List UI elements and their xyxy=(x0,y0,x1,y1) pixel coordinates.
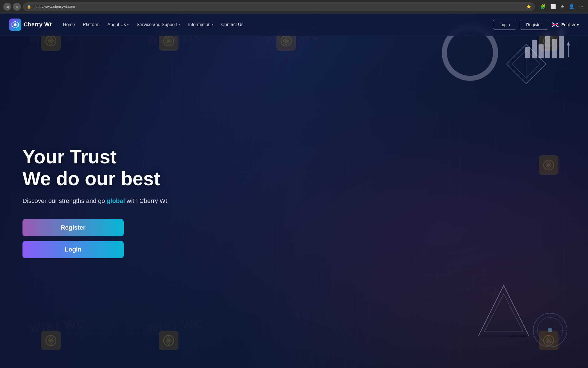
service-dropdown-icon: ▾ xyxy=(178,23,180,26)
hero-subtitle: Discover our strengths and go global wit… xyxy=(22,196,167,205)
hero-buttons: Register Login xyxy=(22,219,124,258)
register-button[interactable]: Register xyxy=(520,20,548,29)
nav-service[interactable]: Service and Support ▾ xyxy=(137,22,180,27)
brand-name: Cberry Wt xyxy=(24,21,52,28)
profile-icon[interactable]: 👤 xyxy=(568,3,576,10)
navbar-actions: Login Register English ▾ xyxy=(493,20,579,29)
website: WIKI WC WIKI WC WIKI WC WIKI WC WIKI WC xyxy=(0,13,588,368)
hero-content: Your Trust We do our best Discover our s… xyxy=(22,146,167,258)
tabs-icon[interactable]: ⬜ xyxy=(549,3,557,10)
hero-section: Your Trust We do our best Discover our s… xyxy=(0,36,588,368)
language-selector[interactable]: English ▾ xyxy=(552,22,579,27)
address-bar[interactable]: 🔒 https://www.cberrywt.com ⭐ xyxy=(23,3,535,11)
login-button[interactable]: Login xyxy=(493,20,516,29)
settings-icon[interactable]: ⋯ xyxy=(578,3,585,10)
about-dropdown-icon: ▾ xyxy=(127,23,129,26)
url-text: https://www.cberrywt.com xyxy=(33,4,524,9)
hero-login-button[interactable]: Login xyxy=(22,241,124,258)
navbar: Cberry Wt Home Platform About Us ▾ Servi… xyxy=(0,13,588,36)
brand[interactable]: Cberry Wt xyxy=(9,19,52,31)
browser-chrome: ◀ ✕ 🔒 https://www.cberrywt.com ⭐ 🧩 ⬜ ★ 👤… xyxy=(0,0,588,13)
browser-toolbar: 🧩 ⬜ ★ 👤 ⋯ xyxy=(539,3,585,10)
close-button[interactable]: ✕ xyxy=(13,3,21,11)
nav-about[interactable]: About Us ▾ xyxy=(107,22,129,27)
extensions-icon[interactable]: 🧩 xyxy=(539,3,547,10)
hero-register-button[interactable]: Register xyxy=(22,219,124,236)
language-chevron: ▾ xyxy=(577,22,579,27)
hero-title: Your Trust We do our best xyxy=(22,146,167,189)
browser-controls: ◀ ✕ xyxy=(3,3,21,11)
nav-home[interactable]: Home xyxy=(63,22,75,27)
information-dropdown-icon: ▾ xyxy=(212,23,213,26)
favorites-icon[interactable]: ★ xyxy=(559,3,566,10)
flag-icon xyxy=(552,22,558,27)
language-label: English xyxy=(561,22,575,27)
nav-information[interactable]: Information ▾ xyxy=(188,22,213,27)
brand-logo xyxy=(9,19,21,31)
nav-links: Home Platform About Us ▾ Service and Sup… xyxy=(63,22,243,27)
nav-contact[interactable]: Contact Us xyxy=(221,22,243,27)
nav-platform[interactable]: Platform xyxy=(83,22,100,27)
back-button[interactable]: ◀ xyxy=(3,3,11,11)
